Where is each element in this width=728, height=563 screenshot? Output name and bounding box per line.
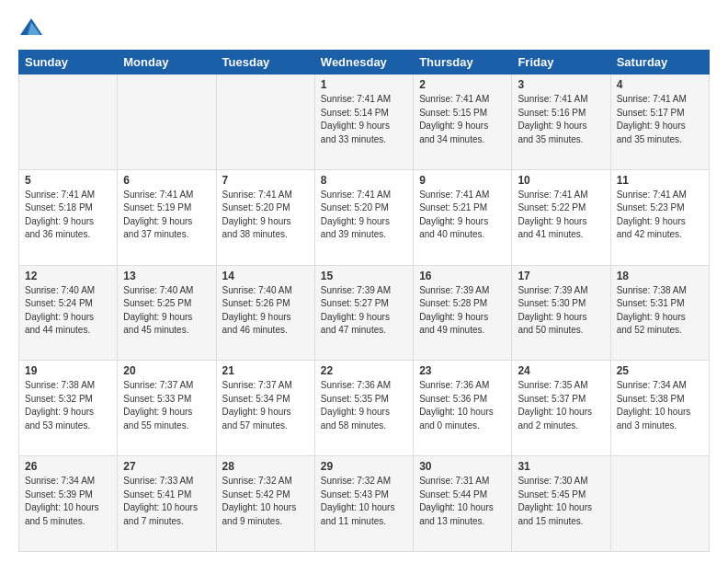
- day-info: Sunrise: 7:37 AM Sunset: 5:33 PM Dayligh…: [123, 379, 210, 432]
- day-number: 9: [419, 174, 506, 187]
- day-info: Sunrise: 7:41 AM Sunset: 5:15 PM Dayligh…: [419, 93, 506, 146]
- day-info: Sunrise: 7:39 AM Sunset: 5:27 PM Dayligh…: [321, 284, 407, 338]
- weekday-header-wednesday: Wednesday: [314, 51, 413, 75]
- calendar-cell: 29Sunrise: 7:32 AM Sunset: 5:43 PM Dayli…: [314, 456, 413, 552]
- day-info: Sunrise: 7:34 AM Sunset: 5:38 PM Dayligh…: [617, 379, 703, 432]
- calendar-cell: 8Sunrise: 7:41 AM Sunset: 5:20 PM Daylig…: [314, 169, 413, 265]
- day-number: 21: [222, 364, 309, 377]
- calendar-cell: 18Sunrise: 7:38 AM Sunset: 5:31 PM Dayli…: [610, 265, 709, 361]
- day-number: 6: [123, 174, 210, 187]
- calendar-cell: 21Sunrise: 7:37 AM Sunset: 5:34 PM Dayli…: [216, 361, 314, 456]
- day-info: Sunrise: 7:30 AM Sunset: 5:45 PM Dayligh…: [518, 475, 604, 528]
- calendar-cell: 22Sunrise: 7:36 AM Sunset: 5:35 PM Dayli…: [314, 361, 413, 456]
- calendar-cell: [610, 456, 709, 552]
- day-number: 2: [419, 78, 506, 91]
- day-info: Sunrise: 7:40 AM Sunset: 5:24 PM Dayligh…: [25, 284, 111, 338]
- calendar-cell: 3Sunrise: 7:41 AM Sunset: 5:16 PM Daylig…: [512, 75, 610, 170]
- day-number: 13: [123, 270, 210, 282]
- calendar-cell: [118, 75, 216, 170]
- day-info: Sunrise: 7:41 AM Sunset: 5:23 PM Dayligh…: [617, 189, 703, 242]
- calendar-cell: 6Sunrise: 7:41 AM Sunset: 5:19 PM Daylig…: [118, 169, 216, 265]
- calendar-cell: 25Sunrise: 7:34 AM Sunset: 5:38 PM Dayli…: [610, 361, 709, 456]
- day-info: Sunrise: 7:41 AM Sunset: 5:20 PM Dayligh…: [222, 189, 309, 242]
- day-number: 28: [222, 460, 309, 473]
- page: SundayMondayTuesdayWednesdayThursdayFrid…: [0, 0, 728, 563]
- weekday-header-row: SundayMondayTuesdayWednesdayThursdayFrid…: [19, 51, 710, 75]
- week-row-2: 12Sunrise: 7:40 AM Sunset: 5:24 PM Dayli…: [19, 265, 710, 361]
- calendar-cell: 17Sunrise: 7:39 AM Sunset: 5:30 PM Dayli…: [512, 265, 610, 361]
- calendar-cell: [19, 75, 118, 170]
- day-number: 31: [518, 460, 604, 473]
- logo: [18, 15, 48, 40]
- calendar-cell: 30Sunrise: 7:31 AM Sunset: 5:44 PM Dayli…: [414, 456, 512, 552]
- day-number: 1: [321, 78, 407, 91]
- weekday-header-sunday: Sunday: [19, 51, 118, 75]
- calendar-cell: 31Sunrise: 7:30 AM Sunset: 5:45 PM Dayli…: [512, 456, 610, 552]
- day-number: 14: [222, 270, 309, 282]
- day-number: 19: [25, 364, 111, 377]
- day-number: 17: [518, 270, 604, 282]
- calendar-cell: 4Sunrise: 7:41 AM Sunset: 5:17 PM Daylig…: [610, 75, 709, 170]
- day-info: Sunrise: 7:39 AM Sunset: 5:30 PM Dayligh…: [518, 284, 604, 338]
- calendar-cell: 19Sunrise: 7:38 AM Sunset: 5:32 PM Dayli…: [19, 361, 118, 456]
- day-number: 18: [617, 270, 703, 282]
- day-number: 8: [321, 174, 407, 187]
- day-info: Sunrise: 7:41 AM Sunset: 5:18 PM Dayligh…: [25, 189, 111, 242]
- week-row-3: 19Sunrise: 7:38 AM Sunset: 5:32 PM Dayli…: [19, 361, 710, 456]
- day-number: 24: [518, 364, 604, 377]
- day-info: Sunrise: 7:34 AM Sunset: 5:39 PM Dayligh…: [25, 475, 111, 528]
- calendar-cell: 28Sunrise: 7:32 AM Sunset: 5:42 PM Dayli…: [216, 456, 314, 552]
- calendar-cell: 5Sunrise: 7:41 AM Sunset: 5:18 PM Daylig…: [19, 169, 118, 265]
- day-info: Sunrise: 7:41 AM Sunset: 5:16 PM Dayligh…: [518, 93, 604, 146]
- day-number: 3: [518, 78, 604, 91]
- calendar-table: SundayMondayTuesdayWednesdayThursdayFrid…: [18, 50, 710, 552]
- calendar-cell: 24Sunrise: 7:35 AM Sunset: 5:37 PM Dayli…: [512, 361, 610, 456]
- day-number: 30: [419, 460, 506, 473]
- day-info: Sunrise: 7:39 AM Sunset: 5:28 PM Dayligh…: [419, 284, 506, 338]
- day-info: Sunrise: 7:33 AM Sunset: 5:41 PM Dayligh…: [123, 475, 210, 528]
- calendar-cell: 2Sunrise: 7:41 AM Sunset: 5:15 PM Daylig…: [414, 75, 512, 170]
- day-info: Sunrise: 7:32 AM Sunset: 5:42 PM Dayligh…: [222, 475, 309, 528]
- day-number: 16: [419, 270, 506, 282]
- week-row-0: 1Sunrise: 7:41 AM Sunset: 5:14 PM Daylig…: [19, 75, 710, 170]
- calendar-cell: 27Sunrise: 7:33 AM Sunset: 5:41 PM Dayli…: [118, 456, 216, 552]
- calendar-cell: 1Sunrise: 7:41 AM Sunset: 5:14 PM Daylig…: [314, 75, 413, 170]
- calendar-cell: 7Sunrise: 7:41 AM Sunset: 5:20 PM Daylig…: [216, 169, 314, 265]
- weekday-header-monday: Monday: [118, 51, 216, 75]
- week-row-1: 5Sunrise: 7:41 AM Sunset: 5:18 PM Daylig…: [19, 169, 710, 265]
- day-info: Sunrise: 7:41 AM Sunset: 5:19 PM Dayligh…: [123, 189, 210, 242]
- day-info: Sunrise: 7:38 AM Sunset: 5:32 PM Dayligh…: [25, 379, 111, 432]
- calendar-cell: 13Sunrise: 7:40 AM Sunset: 5:25 PM Dayli…: [118, 265, 216, 361]
- day-info: Sunrise: 7:35 AM Sunset: 5:37 PM Dayligh…: [518, 379, 604, 432]
- day-number: 26: [25, 460, 111, 473]
- day-number: 7: [222, 174, 309, 187]
- day-number: 10: [518, 174, 604, 187]
- day-info: Sunrise: 7:37 AM Sunset: 5:34 PM Dayligh…: [222, 379, 309, 432]
- day-info: Sunrise: 7:40 AM Sunset: 5:26 PM Dayligh…: [222, 284, 309, 338]
- logo-icon: [18, 15, 44, 40]
- calendar-cell: [216, 75, 314, 170]
- day-number: 15: [321, 270, 407, 282]
- weekday-header-thursday: Thursday: [414, 51, 512, 75]
- weekday-header-saturday: Saturday: [610, 51, 709, 75]
- calendar-cell: 9Sunrise: 7:41 AM Sunset: 5:21 PM Daylig…: [414, 169, 512, 265]
- day-number: 12: [25, 270, 111, 282]
- day-info: Sunrise: 7:41 AM Sunset: 5:22 PM Dayligh…: [518, 189, 604, 242]
- day-number: 29: [321, 460, 407, 473]
- week-row-4: 26Sunrise: 7:34 AM Sunset: 5:39 PM Dayli…: [19, 456, 710, 552]
- day-info: Sunrise: 7:31 AM Sunset: 5:44 PM Dayligh…: [419, 475, 506, 528]
- day-info: Sunrise: 7:40 AM Sunset: 5:25 PM Dayligh…: [123, 284, 210, 338]
- calendar-cell: 10Sunrise: 7:41 AM Sunset: 5:22 PM Dayli…: [512, 169, 610, 265]
- calendar-cell: 12Sunrise: 7:40 AM Sunset: 5:24 PM Dayli…: [19, 265, 118, 361]
- weekday-header-tuesday: Tuesday: [216, 51, 314, 75]
- calendar-cell: 20Sunrise: 7:37 AM Sunset: 5:33 PM Dayli…: [118, 361, 216, 456]
- day-number: 22: [321, 364, 407, 377]
- day-info: Sunrise: 7:41 AM Sunset: 5:14 PM Dayligh…: [321, 93, 407, 146]
- day-number: 25: [617, 364, 703, 377]
- day-info: Sunrise: 7:41 AM Sunset: 5:21 PM Dayligh…: [419, 189, 506, 242]
- calendar-cell: 16Sunrise: 7:39 AM Sunset: 5:28 PM Dayli…: [414, 265, 512, 361]
- day-number: 11: [617, 174, 703, 187]
- header: [18, 15, 710, 40]
- day-info: Sunrise: 7:36 AM Sunset: 5:35 PM Dayligh…: [321, 379, 407, 432]
- calendar-cell: 15Sunrise: 7:39 AM Sunset: 5:27 PM Dayli…: [314, 265, 413, 361]
